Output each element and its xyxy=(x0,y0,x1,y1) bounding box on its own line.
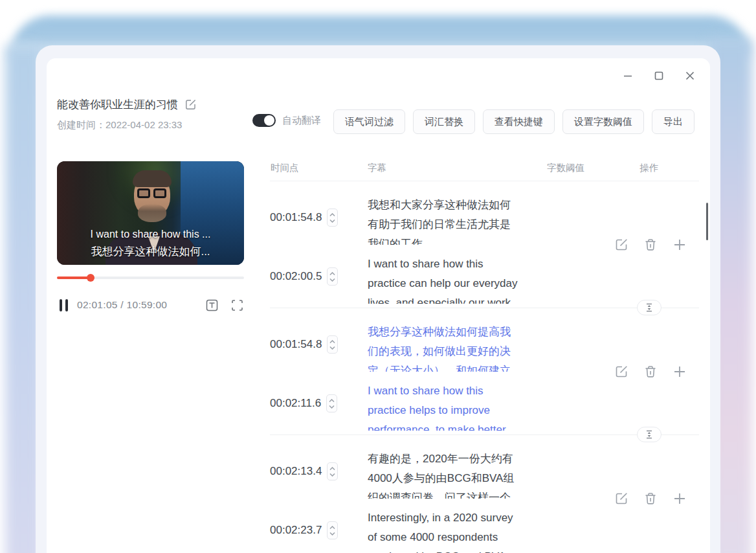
seek-bar[interactable] xyxy=(57,276,244,279)
toolbar: 语气词过滤 词汇替换 查看快捷键 设置字数阈值 导出 xyxy=(333,109,695,134)
maximize-button[interactable] xyxy=(652,70,666,84)
subtitle-text[interactable]: 有趣的是，2020年一份大约有 4000人参与的由BCG和BVA组 织的调查问卷… xyxy=(368,449,548,499)
subtitle-text[interactable]: 我想分享这种做法如何提高我 们的表现，如何做出更好的决 定（无论大小），和如何建… xyxy=(368,322,548,372)
word-replace-button[interactable]: 词汇替换 xyxy=(413,109,475,134)
time-stepper[interactable] xyxy=(327,335,338,354)
chevron-down-icon xyxy=(329,405,335,409)
auto-translate-label: 自动翻译 xyxy=(282,115,321,127)
merge-rows-button[interactable] xyxy=(637,427,662,442)
timecell: 00:02:13.4 xyxy=(270,462,338,480)
main-card: 能改善你职业生涯的习惯 创建时间：2022-04-02 23:33 自动翻译 语… xyxy=(47,58,710,553)
subtitle-text[interactable]: Interestingly, in a 2020 survey of some … xyxy=(368,508,548,553)
created-time: 创建时间：2022-04-02 23:33 xyxy=(57,119,182,131)
table-header: 时间点 字幕 字数阈值 操作 xyxy=(270,159,699,181)
chevron-up-icon xyxy=(329,526,335,530)
video-subtitle-en: I want to share how this ... xyxy=(57,225,244,243)
edit-icon xyxy=(614,365,628,379)
subtitle-t-icon xyxy=(205,299,219,312)
toggle-knob xyxy=(264,115,274,126)
subtitle-row-group: 00:01:54.8 我想和大家分享这种做法如何 有助于我们的日常生活尤其是 我… xyxy=(270,181,699,308)
window-controls xyxy=(621,70,697,84)
add-row-button[interactable] xyxy=(673,238,687,252)
delete-row-button[interactable] xyxy=(643,491,658,506)
subtitle-text[interactable]: I want to share how this practice can he… xyxy=(368,254,548,304)
subtitle-table: 时间点 字幕 字数阈值 操作 00:01:54.8 我想和大家分享这种做法如何 … xyxy=(270,159,699,553)
time-stepper[interactable] xyxy=(327,462,338,480)
merge-rows-icon xyxy=(645,303,653,312)
timecell: 00:02:00.5 xyxy=(270,267,338,286)
timecell: 00:02:11.6 xyxy=(270,394,337,412)
table-scrollbar-thumb[interactable] xyxy=(706,203,708,240)
subtitle-text[interactable]: 我想和大家分享这种做法如何 有助于我们的日常生活尤其是 我们的工作 xyxy=(368,196,548,245)
minimize-icon xyxy=(623,71,633,84)
row-actions xyxy=(614,238,687,252)
timestamp: 00:01:54.8 xyxy=(270,211,322,224)
subtitle-row-group: 00:01:54.8 我想分享这种做法如何提高我 们的表现，如何做出更好的决 定… xyxy=(270,308,699,435)
video-preview[interactable]: I want to share how this ... 我想分享这种做法如何.… xyxy=(57,161,244,265)
chevron-up-icon xyxy=(329,467,335,471)
filler-word-filter-button[interactable]: 语气词过滤 xyxy=(333,109,405,134)
edit-title-icon[interactable] xyxy=(184,98,197,111)
timestamp: 00:02:11.6 xyxy=(270,397,321,410)
progress-fill xyxy=(57,276,91,279)
time-stepper[interactable] xyxy=(326,394,337,412)
time-stepper[interactable] xyxy=(327,209,338,227)
trash-icon xyxy=(643,491,658,506)
col-header-actions: 操作 xyxy=(639,162,658,174)
chevron-down-icon xyxy=(329,473,335,477)
close-button[interactable] xyxy=(683,70,697,84)
row-actions xyxy=(614,491,687,506)
timestamp: 00:02:00.5 xyxy=(270,270,322,283)
delete-row-button[interactable] xyxy=(643,238,658,252)
col-header-threshold: 字数阈值 xyxy=(547,162,584,174)
timecell: 00:01:54.8 xyxy=(270,209,338,227)
timecell: 00:02:23.7 xyxy=(270,521,338,539)
edit-row-button[interactable] xyxy=(614,238,628,252)
export-button[interactable]: 导出 xyxy=(652,109,695,134)
maximize-icon xyxy=(654,71,664,84)
add-row-button[interactable] xyxy=(673,365,687,379)
time-stepper[interactable] xyxy=(327,267,338,286)
project-title-row: 能改善你职业生涯的习惯 xyxy=(57,97,197,112)
progress-handle[interactable] xyxy=(87,274,94,282)
timestamp: 00:02:13.4 xyxy=(270,465,322,478)
subtitle-toggle-button[interactable] xyxy=(205,299,219,312)
fullscreen-icon xyxy=(230,299,244,312)
desktop-background: 能改善你职业生涯的习惯 创建时间：2022-04-02 23:33 自动翻译 语… xyxy=(0,0,756,553)
timestamp: 00:01:54.8 xyxy=(270,338,322,351)
chevron-up-icon xyxy=(329,272,335,276)
subtitle-row-group: 00:02:13.4 有趣的是，2020年一份大约有 4000人参与的由BCG和… xyxy=(270,435,699,553)
playback-time: 02:01:05 / 10:59:00 xyxy=(77,299,167,311)
plus-icon xyxy=(673,491,687,506)
close-icon xyxy=(685,71,695,84)
app-window: 能改善你职业生涯的习惯 创建时间：2022-04-02 23:33 自动翻译 语… xyxy=(36,45,720,553)
col-header-timepoint: 时间点 xyxy=(271,162,299,174)
fullscreen-button[interactable] xyxy=(230,299,244,312)
player-controls: 02:01:05 / 10:59:00 xyxy=(57,295,244,315)
timestamp: 00:02:23.7 xyxy=(270,524,322,537)
pause-button[interactable] xyxy=(60,299,68,311)
auto-translate-toggle[interactable] xyxy=(252,114,276,127)
add-row-button[interactable] xyxy=(673,491,687,506)
trash-icon xyxy=(643,238,658,252)
chevron-down-icon xyxy=(329,278,335,282)
pause-icon xyxy=(60,299,62,311)
project-title: 能改善你职业生涯的习惯 xyxy=(57,97,178,112)
merge-rows-icon xyxy=(645,430,653,439)
minimize-button[interactable] xyxy=(621,70,635,84)
plus-icon xyxy=(673,365,687,379)
video-subtitle-overlay: I want to share how this ... 我想分享这种做法如何.… xyxy=(57,225,244,261)
chevron-up-icon xyxy=(329,340,335,344)
set-char-threshold-button[interactable]: 设置字数阈值 xyxy=(562,109,644,134)
view-shortcuts-button[interactable]: 查看快捷键 xyxy=(483,109,555,134)
edit-row-button[interactable] xyxy=(614,491,628,506)
time-stepper[interactable] xyxy=(327,521,338,539)
timecell: 00:01:54.8 xyxy=(270,335,338,354)
video-subtitle-zh: 我想分享这种做法如何... xyxy=(57,243,244,261)
edit-row-button[interactable] xyxy=(614,365,628,379)
delete-row-button[interactable] xyxy=(643,365,658,379)
col-header-subtitle: 字幕 xyxy=(368,162,386,174)
merge-rows-button[interactable] xyxy=(637,300,662,315)
plus-icon xyxy=(673,238,687,252)
subtitle-text[interactable]: I want to share how this practice helps … xyxy=(368,381,548,431)
